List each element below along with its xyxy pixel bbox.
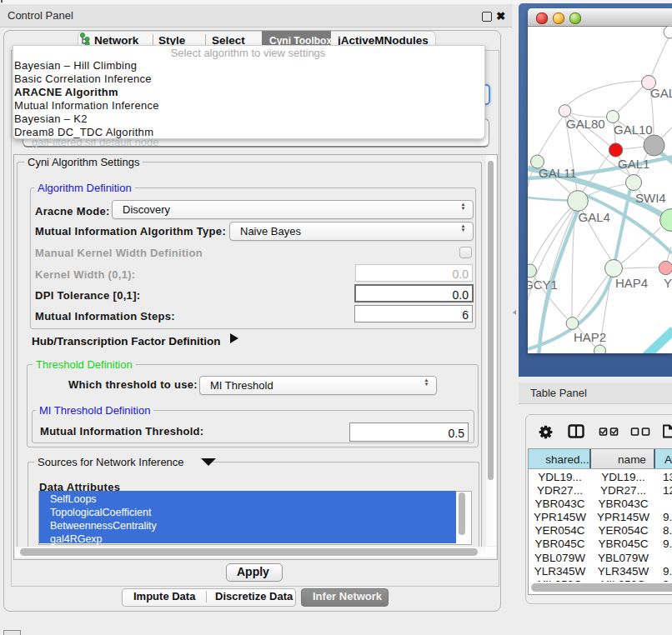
svg-text:HAP2: HAP2 bbox=[574, 330, 606, 344]
svg-text:GAL11: GAL11 bbox=[539, 166, 577, 180]
svg-text:GAL1: GAL1 bbox=[618, 157, 649, 171]
svg-text:SWI4: SWI4 bbox=[635, 191, 666, 205]
svg-text:HAP4: HAP4 bbox=[615, 276, 648, 290]
svg-text:GAL10: GAL10 bbox=[614, 122, 653, 137]
svg-text:GAL80: GAL80 bbox=[566, 117, 605, 131]
svg-text:GAL4: GAL4 bbox=[579, 210, 610, 224]
svg-text:Y: Y bbox=[664, 276, 672, 290]
svg-text:GAL: GAL bbox=[650, 86, 672, 100]
svg-text:GCY1: GCY1 bbox=[528, 278, 558, 292]
